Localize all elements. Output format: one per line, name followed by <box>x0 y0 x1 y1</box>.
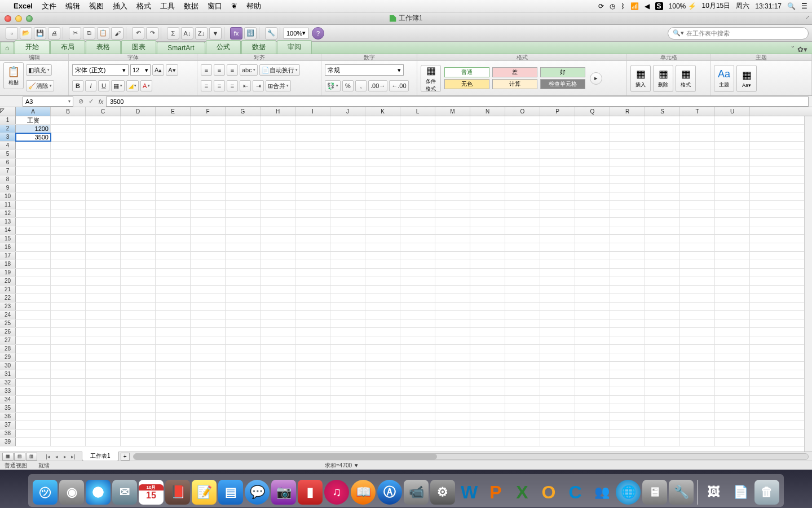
cell-H36[interactable] <box>261 413 295 421</box>
cell-E36[interactable] <box>156 413 191 421</box>
cell-H31[interactable] <box>261 370 295 378</box>
cell-B37[interactable] <box>51 421 86 429</box>
cell-I1[interactable] <box>295 116 330 124</box>
cell-R27[interactable] <box>610 336 645 344</box>
cell-P14[interactable] <box>540 226 575 234</box>
cell-J27[interactable] <box>330 336 365 344</box>
cell-T4[interactable] <box>680 142 715 150</box>
cell-E38[interactable] <box>156 430 191 437</box>
cell-B33[interactable] <box>51 387 86 395</box>
cell-J2[interactable] <box>330 125 365 133</box>
cell-K16[interactable] <box>365 243 400 251</box>
cell-T19[interactable] <box>680 269 715 277</box>
cell-H22[interactable] <box>261 294 295 302</box>
cell-J23[interactable] <box>330 303 365 310</box>
cell-E27[interactable] <box>156 336 191 344</box>
cell-A2[interactable]: 1200 <box>16 125 51 133</box>
cell-M36[interactable] <box>435 413 470 421</box>
cell-C24[interactable] <box>86 311 121 319</box>
cell-C35[interactable] <box>86 404 121 412</box>
cell-E32[interactable] <box>156 379 191 387</box>
cell-L6[interactable] <box>400 159 435 167</box>
cell-E39[interactable] <box>156 438 191 446</box>
cell-S6[interactable] <box>645 159 680 167</box>
cell-L28[interactable] <box>400 345 435 353</box>
cell-J32[interactable] <box>330 379 365 387</box>
cell-K19[interactable] <box>365 269 400 277</box>
cell-L12[interactable] <box>400 209 435 217</box>
dock-reminders[interactable]: ▤ <box>218 480 243 505</box>
cell-C5[interactable] <box>86 150 121 158</box>
sum-label[interactable]: 求和=4700 ▼ <box>325 462 359 470</box>
cell-L3[interactable] <box>400 133 435 141</box>
cell-H23[interactable] <box>261 303 295 310</box>
col-header-E[interactable]: E <box>156 107 191 116</box>
cell-Q14[interactable] <box>575 226 610 234</box>
cell-F10[interactable] <box>191 192 226 200</box>
cell-G9[interactable] <box>226 184 261 192</box>
cell-H10[interactable] <box>261 192 295 200</box>
cell-J15[interactable] <box>330 235 365 243</box>
cell-R16[interactable] <box>610 243 645 251</box>
row-header[interactable]: 26 <box>0 328 16 336</box>
cell-F29[interactable] <box>191 353 226 361</box>
cell-N37[interactable] <box>470 421 505 429</box>
cell-O20[interactable] <box>505 277 540 285</box>
cell-N23[interactable] <box>470 303 505 310</box>
cell-E22[interactable] <box>156 294 191 302</box>
cell-T28[interactable] <box>680 345 715 353</box>
cell-R5[interactable] <box>610 150 645 158</box>
cell-I32[interactable] <box>295 379 330 387</box>
cell-F13[interactable] <box>191 218 226 226</box>
paste-button[interactable]: 📋 <box>97 27 109 40</box>
cell-B25[interactable] <box>51 319 86 327</box>
cell-C14[interactable] <box>86 226 121 234</box>
cell-H3[interactable] <box>261 133 295 141</box>
cell-A9[interactable] <box>16 184 51 192</box>
cell-C32[interactable] <box>86 379 121 387</box>
cell-R18[interactable] <box>610 260 645 268</box>
cell-C29[interactable] <box>86 353 121 361</box>
cell-O6[interactable] <box>505 159 540 167</box>
cell-C27[interactable] <box>86 336 121 344</box>
date[interactable]: 10月15日 <box>702 1 731 11</box>
cell-R20[interactable] <box>610 277 645 285</box>
cell-D32[interactable] <box>121 379 156 387</box>
align-right-button[interactable]: ≡ <box>227 80 238 91</box>
cell-N30[interactable] <box>470 362 505 370</box>
cell-R9[interactable] <box>610 184 645 192</box>
cell-O38[interactable] <box>505 430 540 437</box>
cell-P20[interactable] <box>540 277 575 285</box>
cell-M7[interactable] <box>435 167 470 175</box>
cell-A29[interactable] <box>16 353 51 361</box>
cell-H39[interactable] <box>261 438 295 446</box>
cell-F33[interactable] <box>191 387 226 395</box>
col-header-D[interactable]: D <box>121 107 156 116</box>
cell-H9[interactable] <box>261 184 295 192</box>
cell-Q1[interactable] <box>575 116 610 124</box>
cell-L13[interactable] <box>400 218 435 226</box>
dock-wps-writer[interactable]: W <box>457 480 482 505</box>
increase-font-button[interactable]: A▴ <box>152 64 164 76</box>
cell-J10[interactable] <box>330 192 365 200</box>
cell-R22[interactable] <box>610 294 645 302</box>
cell-P37[interactable] <box>540 421 575 429</box>
cell-E10[interactable] <box>156 192 191 200</box>
cell-B21[interactable] <box>51 286 86 294</box>
decrease-font-button[interactable]: A▾ <box>166 64 178 76</box>
cell-R14[interactable] <box>610 226 645 234</box>
bluetooth-icon[interactable]: ᛒ <box>621 2 625 10</box>
cell-N17[interactable] <box>470 252 505 260</box>
cell-N7[interactable] <box>470 167 505 175</box>
menu-window[interactable]: 窗口 <box>208 1 222 11</box>
cell-F19[interactable] <box>191 269 226 277</box>
cell-L8[interactable] <box>400 176 435 183</box>
cell-R32[interactable] <box>610 379 645 387</box>
cell-D23[interactable] <box>121 303 156 310</box>
cell-T18[interactable] <box>680 260 715 268</box>
percent-button[interactable]: % <box>342 80 354 91</box>
cell-P28[interactable] <box>540 345 575 353</box>
cell-D22[interactable] <box>121 294 156 302</box>
row-header[interactable]: 25 <box>0 319 16 327</box>
notification-center-icon[interactable]: ☰ <box>801 2 807 10</box>
